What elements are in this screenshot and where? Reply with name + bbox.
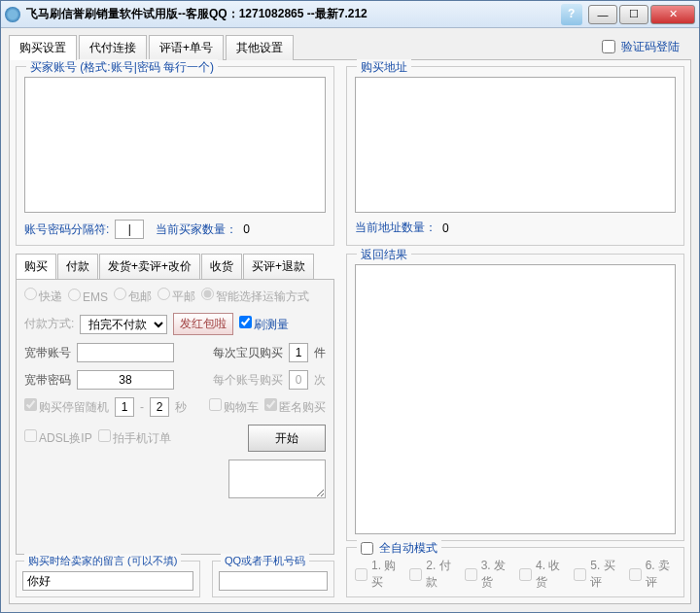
result-title: 返回结果 <box>357 247 411 263</box>
stay-max-input[interactable] <box>150 397 169 417</box>
sub-tab-buy[interactable]: 购买 <box>16 254 56 279</box>
purchase-address-textarea[interactable] <box>355 77 676 213</box>
ship-ems[interactable]: EMS <box>68 289 108 304</box>
sub-tab-ship-review[interactable]: 发货+卖评+改价 <box>99 254 200 279</box>
anonymous-toggle[interactable]: 匿名购买 <box>264 398 326 416</box>
adsl-toggle[interactable]: ADSL换IP <box>24 429 92 447</box>
seller-message-group: 购买时给卖家的留言 (可以不填) <box>16 561 200 597</box>
auto-step-buy[interactable]: 1. 购买 <box>355 558 402 591</box>
tab-buy-settings[interactable]: 购买设置 <box>9 35 77 60</box>
qq-phone-title: QQ或者手机号码 <box>221 554 309 568</box>
auto-step-ship[interactable]: 3. 发货 <box>465 558 511 591</box>
sub-panel-buy: 快递 EMS 包邮 平邮 智能选择运输方式 付款方式: 拍完不付款 发红包啦 刷… <box>16 279 334 555</box>
close-button[interactable]: ✕ <box>650 5 695 24</box>
stay-min-input[interactable] <box>115 397 134 417</box>
pay-method-label: 付款方式: <box>24 316 74 332</box>
auto-mode-title[interactable]: 全自动模式 <box>357 540 441 557</box>
titlebar: 飞马刷信誉刷销量软件试用版--客服QQ：1271082865 --最新7.212… <box>1 1 699 28</box>
ship-surface[interactable]: 平邮 <box>158 288 195 305</box>
mini-textarea[interactable] <box>228 460 326 498</box>
phone-order-toggle[interactable]: 拍手机订单 <box>98 429 171 447</box>
red-envelope-button[interactable]: 发红包啦 <box>173 313 233 335</box>
broadband-password-input[interactable] <box>77 370 174 390</box>
pay-method-select[interactable]: 拍完不付款 <box>80 315 167 334</box>
stay-random-toggle[interactable]: 购买停留随机 <box>24 398 109 416</box>
captcha-login-toggle[interactable]: 验证码登陆 <box>602 34 680 59</box>
qq-phone-input[interactable] <box>219 571 328 591</box>
seller-message-title: 购买时给卖家的留言 (可以不填) <box>24 554 181 568</box>
broadband-password-label: 宽带密码 <box>24 372 71 389</box>
maximize-button[interactable]: ☐ <box>619 5 648 24</box>
broadband-account-input[interactable] <box>77 343 174 362</box>
buyer-accounts-title: 买家账号 (格式:账号|密码 每行一个) <box>26 59 218 76</box>
help-icon[interactable] <box>561 4 582 25</box>
qq-phone-group: QQ或者手机号码 <box>212 561 334 597</box>
seller-message-input[interactable] <box>22 571 193 591</box>
auto-step-seller-review[interactable]: 6. 卖评 <box>629 558 676 591</box>
main-tabs: 购买设置 代付连接 评语+单号 其他设置 验证码登陆 <box>1 28 699 59</box>
tab-proxy-pay[interactable]: 代付连接 <box>79 35 147 60</box>
each-item-input[interactable] <box>289 343 308 362</box>
brush-measure-toggle[interactable]: 刷测量 <box>239 316 289 333</box>
app-icon <box>5 7 20 22</box>
tab-review-tracking[interactable]: 评语+单号 <box>149 35 224 60</box>
separator-input[interactable] <box>115 220 144 239</box>
captcha-checkbox[interactable] <box>602 40 615 53</box>
broadband-account-label: 宽带账号 <box>24 345 71 361</box>
sub-tabs: 购买 付款 发货+卖评+改价 收货 买评+退款 <box>16 254 334 279</box>
ship-smart[interactable]: 智能选择运输方式 <box>201 288 309 305</box>
app-window: 飞马刷信誉刷销量软件试用版--客服QQ：1271082865 --最新7.212… <box>0 0 700 613</box>
per-account-label: 每个账号购买 <box>213 372 283 389</box>
purchase-address-title: 购买地址 <box>357 59 411 76</box>
auto-step-buyer-review[interactable]: 5. 买评 <box>574 558 620 591</box>
buyer-accounts-group: 买家账号 (格式:账号|密码 每行一个) 账号密码分隔符: 当前买家数量： 0 <box>16 66 334 246</box>
ship-express[interactable]: 快递 <box>24 288 62 305</box>
sub-tab-pay[interactable]: 付款 <box>57 254 98 279</box>
auto-step-pay[interactable]: 2. 付款 <box>409 558 456 591</box>
cart-toggle[interactable]: 购物车 <box>209 398 259 416</box>
buyer-count-label: 当前买家数量： <box>156 221 237 238</box>
buyer-count-value: 0 <box>243 222 250 236</box>
addr-count-value: 0 <box>442 221 449 235</box>
auto-step-receive[interactable]: 4. 收货 <box>519 558 566 591</box>
buyer-accounts-textarea[interactable] <box>24 77 326 213</box>
per-account-input[interactable] <box>289 370 308 390</box>
minimize-button[interactable]: — <box>588 5 617 24</box>
separator-label: 账号密码分隔符: <box>24 221 109 238</box>
addr-count-label: 当前地址数量： <box>355 220 437 236</box>
content-panel: 买家账号 (格式:账号|密码 每行一个) 账号密码分隔符: 当前买家数量： 0 … <box>9 59 691 604</box>
auto-mode-group: 全自动模式 1. 购买 2. 付款 3. 发货 4. 收货 5. 买评 6. 卖… <box>346 547 684 597</box>
ship-free[interactable]: 包邮 <box>114 288 152 305</box>
sub-tab-review-refund[interactable]: 买评+退款 <box>243 254 314 279</box>
start-button[interactable]: 开始 <box>248 425 326 452</box>
purchase-address-group: 购买地址 当前地址数量： 0 <box>346 66 684 246</box>
result-group: 返回结果 <box>346 254 684 541</box>
sub-tab-receive[interactable]: 收货 <box>201 254 242 279</box>
auto-mode-checkbox[interactable] <box>361 542 373 555</box>
window-title: 飞马刷信誉刷销量软件试用版--客服QQ：1271082865 --最新7.212 <box>26 6 561 22</box>
tab-other-settings[interactable]: 其他设置 <box>226 35 294 60</box>
each-item-label: 每次宝贝购买 <box>213 345 283 361</box>
result-textarea[interactable] <box>355 264 676 534</box>
